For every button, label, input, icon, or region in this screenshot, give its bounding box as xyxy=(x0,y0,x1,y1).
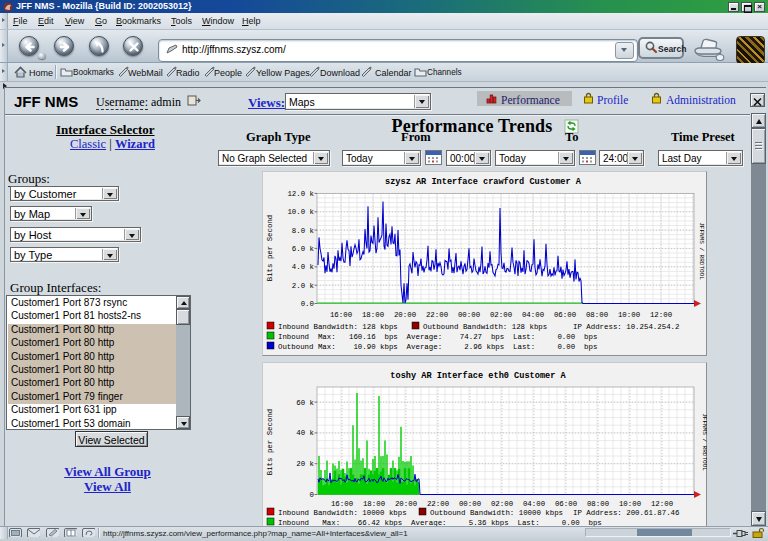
svg-text:22:00: 22:00 xyxy=(426,311,448,319)
svg-text:IP Address: 10.254.254.2: IP Address: 10.254.254.2 xyxy=(573,323,679,331)
svg-text:12.0 k: 12.0 k xyxy=(287,190,314,198)
svg-text:12:00: 12:00 xyxy=(651,500,673,508)
svg-text:22:00: 22:00 xyxy=(427,500,449,508)
svg-text:toshy AR Interface eth0 Custom: toshy AR Interface eth0 Customer A xyxy=(390,371,566,381)
svg-text:Inbound Bandwidth: 10000 kbps: Inbound Bandwidth: 10000 kbps xyxy=(278,509,407,517)
svg-text:16:00: 16:00 xyxy=(330,311,352,319)
svg-text:JFFNMS / RRDTOOL: JFFNMS / RRDTOOL xyxy=(698,222,705,280)
svg-text:02:00: 02:00 xyxy=(490,311,512,319)
svg-text:02:00: 02:00 xyxy=(491,500,513,508)
svg-text:JFFNMS / RRDTOOL: JFFNMS / RRDTOOL xyxy=(701,413,707,471)
svg-text:20 k: 20 k xyxy=(296,460,314,468)
svg-text:8.0 k: 8.0 k xyxy=(292,227,315,235)
svg-text:00:00: 00:00 xyxy=(459,500,481,508)
svg-text:Bits per Second: Bits per Second xyxy=(266,215,274,282)
svg-text:60 k: 60 k xyxy=(296,399,314,407)
svg-text:18:00: 18:00 xyxy=(363,500,385,508)
svg-text:20:00: 20:00 xyxy=(394,311,416,319)
svg-text:Outbound Bandwidth: 128 kbps: Outbound Bandwidth: 128 kbps xyxy=(423,323,547,331)
svg-text:Inbound Bandwidth: 128 kbps: Inbound Bandwidth: 128 kbps xyxy=(278,323,398,331)
svg-text:10:00: 10:00 xyxy=(619,500,641,508)
svg-text:10.0 k: 10.0 k xyxy=(287,208,314,216)
svg-text:Inbound Max: 66.42 kbps: Inbound Max: 66.42 kbps Average: 5.36 kb… xyxy=(278,519,602,526)
svg-text:12:00: 12:00 xyxy=(650,311,672,319)
svg-text:Outbound Bandwidth: 10000 kbps: Outbound Bandwidth: 10000 kbps xyxy=(430,509,563,517)
svg-text:10:00: 10:00 xyxy=(618,311,640,319)
svg-text:Inbound Max: 160.16 bps A: Inbound Max: 160.16 bps Average: 74.27 b… xyxy=(278,333,597,341)
svg-text:06:00: 06:00 xyxy=(554,311,576,319)
svg-text:4.0 k: 4.0 k xyxy=(292,263,315,271)
svg-text:szysz AR Interface crawford Cu: szysz AR Interface crawford Customer A xyxy=(385,177,582,187)
svg-text:40 k: 40 k xyxy=(296,429,314,437)
svg-text:18:00: 18:00 xyxy=(362,311,384,319)
svg-text:Bits per Second: Bits per Second xyxy=(266,409,274,476)
svg-text:04:00: 04:00 xyxy=(523,500,545,508)
svg-text:08:00: 08:00 xyxy=(587,500,609,508)
svg-text:16:00: 16:00 xyxy=(331,500,353,508)
svg-text:06:00: 06:00 xyxy=(555,500,577,508)
svg-text:6.0 k: 6.0 k xyxy=(292,245,315,253)
svg-text:08:00: 08:00 xyxy=(586,311,608,319)
svg-text:IP Address: 200.61.87.46: IP Address: 200.61.87.46 xyxy=(573,509,679,517)
svg-text:00:00: 00:00 xyxy=(458,311,480,319)
svg-text:0.0: 0.0 xyxy=(301,300,314,308)
svg-text:04:00: 04:00 xyxy=(522,311,544,319)
svg-text:20:00: 20:00 xyxy=(395,500,417,508)
svg-text:Outbound Max: 10.90 kbps A: Outbound Max: 10.90 kbps Average: 2.96 k… xyxy=(278,343,597,351)
svg-text:0: 0 xyxy=(310,491,314,499)
svg-text:2.0 k: 2.0 k xyxy=(292,282,315,290)
